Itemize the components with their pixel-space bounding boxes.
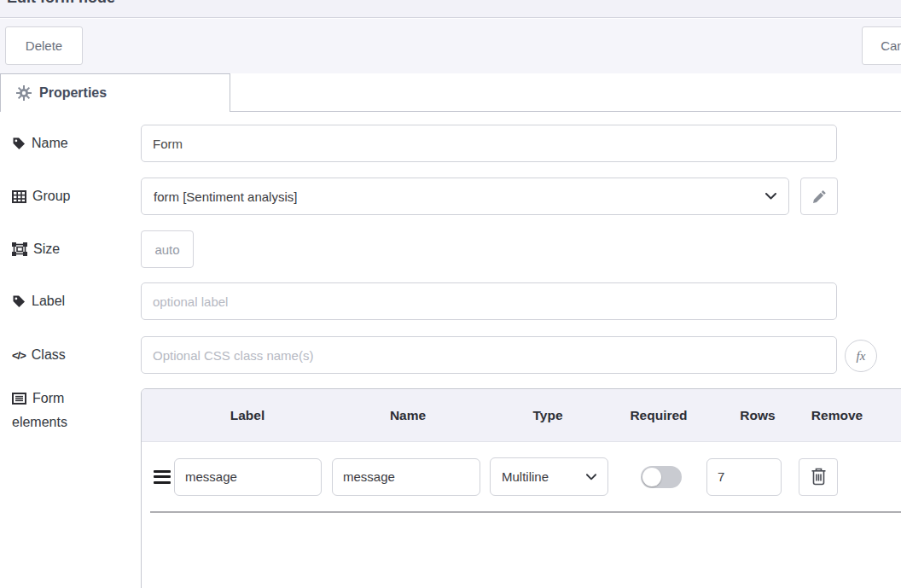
table-icon bbox=[12, 190, 26, 203]
header-label: Label bbox=[172, 408, 323, 423]
header-required: Required bbox=[607, 408, 710, 423]
dialog-title: Edit form node bbox=[7, 0, 115, 7]
object-group-icon bbox=[12, 242, 27, 256]
element-name-input[interactable] bbox=[332, 458, 480, 496]
tab-strip: Properties bbox=[0, 73, 901, 112]
trash-icon bbox=[811, 468, 827, 486]
form-elements-field-label: Form elements bbox=[12, 387, 101, 434]
name-field-label: Name bbox=[12, 135, 68, 152]
dialog-toolbar: Delete Cancel bbox=[0, 19, 901, 73]
tab-properties[interactable]: Properties bbox=[0, 73, 230, 112]
chevron-down-icon bbox=[586, 474, 596, 480]
tag-icon bbox=[12, 294, 26, 308]
list-icon bbox=[12, 393, 26, 405]
class-input[interactable] bbox=[141, 336, 837, 374]
form-element-row: Multiline bbox=[150, 442, 901, 513]
size-field-label: Size bbox=[12, 241, 60, 258]
edit-group-button[interactable] bbox=[800, 178, 838, 215]
element-type-select[interactable]: Multiline bbox=[490, 457, 608, 496]
group-select-value: form [Sentiment analysis] bbox=[154, 189, 297, 204]
dialog-header: Edit form node bbox=[0, 0, 901, 18]
header-remove: Remove bbox=[809, 408, 865, 423]
gear-icon bbox=[16, 85, 32, 101]
label-field-label: Label bbox=[12, 293, 65, 310]
tab-properties-label: Properties bbox=[39, 85, 107, 101]
drag-handle[interactable] bbox=[151, 470, 173, 484]
form-elements-table: Label Name Type Required Rows Remove Mul… bbox=[141, 388, 901, 588]
form-elements-table-header: Label Name Type Required Rows Remove bbox=[142, 389, 901, 442]
element-type-value: Multiline bbox=[502, 469, 549, 484]
header-name: Name bbox=[333, 408, 483, 423]
element-label-input[interactable] bbox=[174, 458, 322, 496]
header-type: Type bbox=[488, 408, 607, 423]
size-auto-button[interactable]: auto bbox=[141, 230, 194, 268]
pencil-icon bbox=[812, 189, 827, 204]
cancel-button[interactable]: Cancel bbox=[862, 26, 901, 65]
required-toggle[interactable] bbox=[641, 466, 682, 488]
fx-icon: fx bbox=[857, 349, 866, 364]
chevron-down-icon bbox=[765, 193, 776, 200]
delete-button[interactable]: Delete bbox=[5, 26, 83, 65]
code-icon: </> bbox=[12, 349, 26, 362]
name-input[interactable] bbox=[141, 125, 837, 162]
group-field-label: Group bbox=[12, 188, 70, 205]
class-field-label: </> Class bbox=[12, 346, 66, 364]
form-elements-list: Multiline bbox=[142, 442, 901, 513]
properties-form: Name Group form [Sentiment analysis] bbox=[0, 112, 901, 588]
tag-icon bbox=[12, 137, 26, 150]
label-input[interactable] bbox=[141, 282, 837, 320]
remove-element-button[interactable] bbox=[799, 458, 838, 496]
element-rows-input[interactable] bbox=[706, 458, 782, 496]
toggle-knob bbox=[642, 468, 661, 486]
group-select[interactable]: form [Sentiment analysis] bbox=[141, 178, 789, 215]
expression-fx-button[interactable]: fx bbox=[845, 340, 877, 372]
header-rows: Rows bbox=[720, 408, 795, 423]
